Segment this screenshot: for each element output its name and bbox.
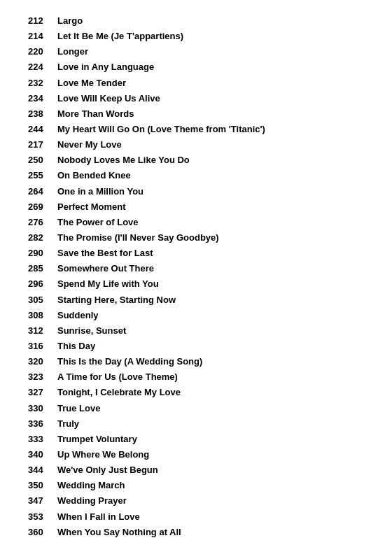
song-title: One in a Million You xyxy=(57,185,144,199)
song-title: This Day xyxy=(57,339,95,353)
song-title: Love Will Keep Us Alive xyxy=(57,92,160,106)
list-item: 327Tonight, I Celebrate My Love xyxy=(28,385,364,399)
page-number: 232 xyxy=(28,76,57,90)
song-title: Starting Here, Starting Now xyxy=(57,293,176,307)
page-number: 255 xyxy=(28,169,57,183)
page-number: 312 xyxy=(28,324,57,338)
page-number: 290 xyxy=(28,246,57,260)
page-number: 336 xyxy=(28,417,57,431)
song-title: We've Only Just Begun xyxy=(57,463,158,477)
song-title: Sunrise, Sunset xyxy=(57,324,126,338)
page-number: 316 xyxy=(28,339,57,353)
list-item: 224Love in Any Language xyxy=(28,60,364,74)
list-item: 347Wedding Prayer xyxy=(28,494,364,508)
song-title: When I Fall in Love xyxy=(57,510,140,524)
list-item: 250Nobody Loves Me Like You Do xyxy=(28,153,364,167)
page-number: 244 xyxy=(28,122,57,136)
page-number: 327 xyxy=(28,385,57,399)
song-list: 212Largo214Let It Be Me (Je T'appartiens… xyxy=(28,14,364,538)
list-item: 212Largo xyxy=(28,14,364,28)
song-title: Tonight, I Celebrate My Love xyxy=(57,385,181,399)
list-item: 290Save the Best for Last xyxy=(28,246,364,260)
list-item: 238More Than Words xyxy=(28,107,364,121)
list-item: 340Up Where We Belong xyxy=(28,448,364,462)
list-item: 269Perfect Moment xyxy=(28,200,364,214)
page-number: 347 xyxy=(28,494,57,508)
page-number: 285 xyxy=(28,262,57,276)
song-title: Somewhere Out There xyxy=(57,262,154,276)
song-title: Never My Love xyxy=(57,138,122,152)
list-item: 333Trumpet Voluntary xyxy=(28,432,364,446)
list-item: 296Spend My Life with You xyxy=(28,277,364,291)
song-title: Longer xyxy=(57,45,88,59)
song-title: Trumpet Voluntary xyxy=(57,432,137,446)
page-number: 282 xyxy=(28,231,57,245)
song-title: The Promise (I'll Never Say Goodbye) xyxy=(57,231,219,245)
list-item: 323A Time for Us (Love Theme) xyxy=(28,370,364,384)
page-number: 353 xyxy=(28,510,57,524)
song-title: This Is the Day (A Wedding Song) xyxy=(57,355,202,369)
page-number: 308 xyxy=(28,309,57,323)
page-number: 224 xyxy=(28,60,57,74)
list-item: 316This Day xyxy=(28,339,364,353)
song-title: Largo xyxy=(57,14,83,28)
list-item: 234Love Will Keep Us Alive xyxy=(28,92,364,106)
song-title: True Love xyxy=(57,402,100,416)
song-title: Let It Be Me (Je T'appartiens) xyxy=(57,29,183,43)
page-number: 217 xyxy=(28,138,57,152)
song-title: Perfect Moment xyxy=(57,200,126,214)
page-number: 340 xyxy=(28,448,57,462)
list-item: 255On Bended Knee xyxy=(28,169,364,183)
song-title: Up Where We Belong xyxy=(57,448,149,462)
song-title: The Power of Love xyxy=(57,215,139,229)
song-title: More Than Words xyxy=(57,107,134,121)
list-item: 220Longer xyxy=(28,45,364,59)
page-number: 276 xyxy=(28,215,57,229)
page-number: 305 xyxy=(28,293,57,307)
page-number: 360 xyxy=(28,525,57,538)
list-item: 305Starting Here, Starting Now xyxy=(28,293,364,307)
page-number: 323 xyxy=(28,370,57,384)
song-title: Wedding Prayer xyxy=(57,494,127,508)
list-item: 214Let It Be Me (Je T'appartiens) xyxy=(28,29,364,43)
song-title: Love in Any Language xyxy=(57,60,154,74)
song-title: A Time for Us (Love Theme) xyxy=(57,370,178,384)
song-title: When You Say Nothing at All xyxy=(57,525,181,538)
page-number: 238 xyxy=(28,107,57,121)
list-item: 232Love Me Tender xyxy=(28,76,364,90)
page-number: 250 xyxy=(28,153,57,167)
page-number: 220 xyxy=(28,45,57,59)
page-number: 264 xyxy=(28,185,57,199)
page-number: 333 xyxy=(28,432,57,446)
page-number: 269 xyxy=(28,200,57,214)
page-number: 214 xyxy=(28,29,57,43)
song-title: Nobody Loves Me Like You Do xyxy=(57,153,190,167)
song-title: Truly xyxy=(57,417,79,431)
page-number: 212 xyxy=(28,14,57,28)
song-title: Spend My Life with You xyxy=(57,277,159,291)
list-item: 320This Is the Day (A Wedding Song) xyxy=(28,355,364,369)
list-item: 285Somewhere Out There xyxy=(28,262,364,276)
page-number: 330 xyxy=(28,402,57,416)
list-item: 344We've Only Just Begun xyxy=(28,463,364,477)
song-title: My Heart Will Go On (Love Theme from 'Ti… xyxy=(57,122,265,136)
song-title: Suddenly xyxy=(57,309,99,323)
song-title: Wedding March xyxy=(57,479,125,493)
list-item: 336Truly xyxy=(28,417,364,431)
list-item: 276The Power of Love xyxy=(28,215,364,229)
page-number: 350 xyxy=(28,479,57,493)
list-item: 312Sunrise, Sunset xyxy=(28,324,364,338)
list-item: 350Wedding March xyxy=(28,479,364,493)
list-item: 217Never My Love xyxy=(28,138,364,152)
list-item: 353When I Fall in Love xyxy=(28,510,364,524)
list-item: 282The Promise (I'll Never Say Goodbye) xyxy=(28,231,364,245)
song-title: Save the Best for Last xyxy=(57,246,153,260)
song-title: Love Me Tender xyxy=(57,76,126,90)
list-item: 308Suddenly xyxy=(28,309,364,323)
page-number: 344 xyxy=(28,463,57,477)
list-item: 264One in a Million You xyxy=(28,185,364,199)
list-item: 244My Heart Will Go On (Love Theme from … xyxy=(28,122,364,136)
page-number: 296 xyxy=(28,277,57,291)
song-title: On Bended Knee xyxy=(57,169,131,183)
list-item: 330True Love xyxy=(28,402,364,416)
